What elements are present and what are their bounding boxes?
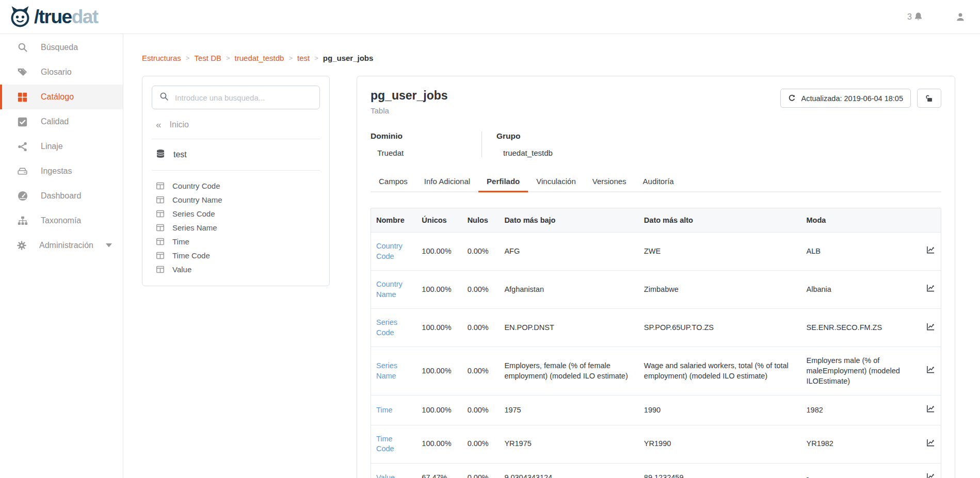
sidebar-item-label: Linaje (41, 142, 63, 151)
notifications-button[interactable]: 3 (907, 12, 923, 22)
user-menu-button[interactable] (955, 12, 966, 22)
explorer-back-home[interactable]: « Inicio (152, 109, 320, 139)
cell-nulls: 0.00% (462, 463, 500, 478)
tab-item[interactable]: Vinculación (528, 172, 584, 192)
tree-column-item[interactable]: Time (154, 235, 318, 249)
cards-row: « Inicio test (142, 76, 955, 478)
cell-nulls: 0.00% (462, 425, 500, 463)
sidebar-item-dashboard[interactable]: Dashboard (0, 184, 123, 208)
table-columns-icon (156, 237, 165, 246)
tree-column-item[interactable]: Time Code (154, 249, 318, 262)
cell-mode: Employers male (% of maleEmployment) (mo… (801, 347, 921, 395)
cell-nulls: 0.00% (462, 347, 500, 395)
row-name-link[interactable]: Time (376, 406, 393, 414)
tab-item[interactable]: Perfilado (478, 172, 528, 192)
chart-line-icon[interactable] (926, 245, 935, 254)
cell-mode: - (801, 463, 921, 478)
tree-column-label: Time Code (172, 251, 210, 260)
table-header-row: Nombre Únicos Nulos Dato más bajo Dato m… (371, 208, 941, 233)
tab-label: Versiones (592, 177, 626, 186)
tree-column-item[interactable]: Value (154, 262, 318, 276)
table-columns-icon (156, 223, 165, 232)
chart-line-icon[interactable] (926, 284, 935, 292)
breadcrumb: Estructuras > Test DB > truedat_testdb >… (142, 54, 955, 62)
cell-highest: 1990 (639, 395, 801, 425)
breadcrumb-link[interactable]: test (297, 54, 310, 62)
cell-highest: SP.POP.65UP.TO.ZS (639, 309, 801, 347)
breadcrumb-link[interactable]: Test DB (194, 54, 221, 62)
sidebar-item-taxonomia[interactable]: Taxonomía (0, 208, 123, 233)
cell-highest: YR1990 (639, 425, 801, 463)
meta-group: Grupo truedat_testdb (481, 131, 626, 157)
breadcrumb-separator: > (186, 54, 190, 62)
chart-line-icon[interactable] (926, 404, 935, 413)
domain-value: Truedat (371, 149, 468, 157)
chart-line-icon[interactable] (926, 365, 935, 374)
cell-unique: 67.47% (416, 463, 462, 478)
notification-count: 3 (907, 12, 912, 22)
col-header-unicos: Únicos (416, 208, 462, 233)
tree-column-label: Country Name (172, 195, 222, 204)
tab-item[interactable]: Info Adicional (416, 172, 478, 192)
row-name-link[interactable]: Country Name (376, 280, 403, 299)
sidebar-item-label: Búsqueda (41, 43, 78, 52)
chart-line-icon[interactable] (926, 322, 935, 331)
tags-icon (17, 67, 28, 78)
refresh-updated-button[interactable]: Actualizada: 2019-06-04 18:05 (780, 89, 911, 108)
sidebar-item-ingestas[interactable]: Ingestas (0, 159, 123, 184)
back-home-label: Inicio (170, 120, 189, 129)
sidebar-item-label: Taxonomía (41, 216, 81, 225)
check-square-icon (17, 117, 28, 127)
tab-item[interactable]: Campos (371, 172, 416, 192)
group-value: truedat_testdb (496, 149, 613, 157)
explorer-root-node[interactable]: test (152, 139, 320, 171)
cell-nulls: 0.00% (462, 395, 500, 425)
tab-label: Auditoría (643, 177, 674, 186)
sidebar-item-calidad[interactable]: Calidad (0, 109, 123, 134)
tree-column-label: Series Name (172, 223, 217, 232)
page-title: pg_user_jobs (371, 89, 448, 103)
explorer-search-input[interactable] (175, 93, 312, 102)
content: Estructuras > Test DB > truedat_testdb >… (123, 34, 980, 478)
tree-column-item[interactable]: Country Name (154, 193, 318, 207)
sidebar-item-label: Catálogo (41, 92, 74, 102)
group-label: Grupo (496, 131, 613, 141)
sidebar-item-glosario[interactable]: Glosario (0, 60, 123, 85)
title-block: pg_user_jobs Tabla (371, 89, 448, 115)
tab-item[interactable]: Versiones (584, 172, 635, 192)
tree-column-item[interactable]: Series Name (154, 221, 318, 235)
sidebar-item-busqueda[interactable]: Búsqueda (0, 35, 123, 60)
row-name-link[interactable]: Value (376, 473, 395, 478)
tree-column-item[interactable]: Series Code (154, 207, 318, 221)
chart-line-icon[interactable] (926, 438, 935, 447)
sidebar-item-linaje[interactable]: Linaje (0, 134, 123, 159)
cell-lowest: AFG (499, 233, 638, 271)
breadcrumb-link[interactable]: Estructuras (142, 54, 181, 62)
sidebar-item-label: Dashboard (41, 191, 81, 201)
tree-column-label: Series Code (172, 209, 215, 218)
row-name-link[interactable]: Series Name (376, 361, 397, 380)
row-name-link[interactable]: Country Code (376, 242, 403, 260)
search-icon (159, 92, 169, 103)
truedat-logo[interactable]: /truedat (8, 4, 98, 30)
tree-column-item[interactable]: Country Code (154, 179, 318, 193)
table-columns-icon (156, 265, 165, 274)
explorer-search-box (152, 86, 320, 109)
sidebar-item-administracion[interactable]: Administración (0, 233, 123, 258)
explorer-columns-list: Country Code Country Name Series (152, 171, 320, 278)
row-name-link[interactable]: Time Code (376, 435, 394, 453)
sidebar-item-catalogo[interactable]: Catálogo (0, 85, 123, 109)
app-root: /truedat 3 (0, 0, 980, 478)
cell-lowest: 1975 (499, 395, 638, 425)
sitemap-icon (17, 216, 28, 226)
chart-line-icon[interactable] (926, 472, 935, 478)
tab-item[interactable]: Auditoría (635, 172, 682, 192)
col-header-nombre: Nombre (371, 208, 416, 233)
search-icon (17, 42, 28, 53)
breadcrumb-link[interactable]: truedat_testdb (235, 54, 284, 62)
cell-nulls: 0.00% (462, 233, 500, 271)
structure-explorer-card: « Inicio test (142, 76, 330, 286)
lock-toggle-button[interactable] (917, 89, 941, 108)
row-name-link[interactable]: Series Code (376, 318, 397, 337)
tab-label: Info Adicional (424, 177, 470, 186)
